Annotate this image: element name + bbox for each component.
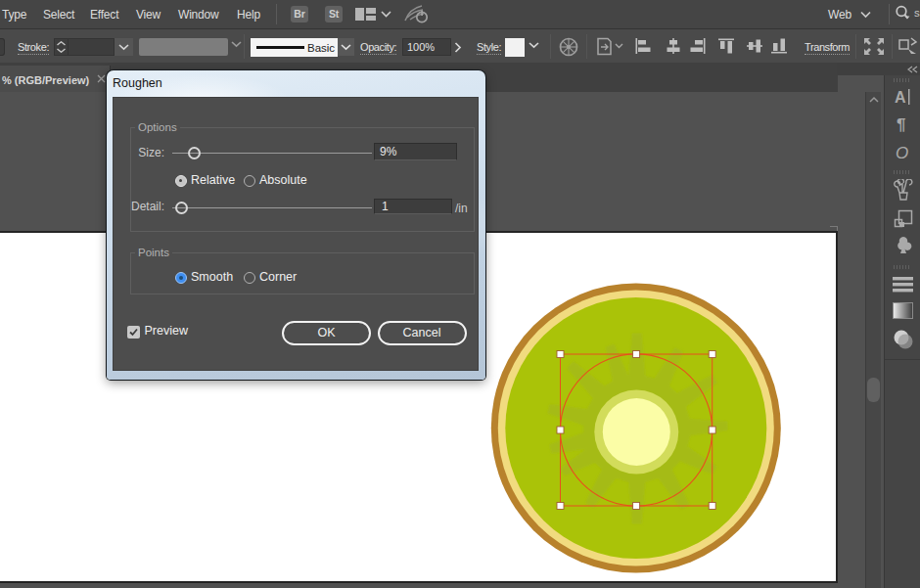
- svg-text:¶: ¶: [897, 115, 905, 133]
- svg-text:A: A: [895, 89, 906, 106]
- svg-text:s: s: [914, 7, 920, 19]
- svg-text:O: O: [896, 144, 908, 161]
